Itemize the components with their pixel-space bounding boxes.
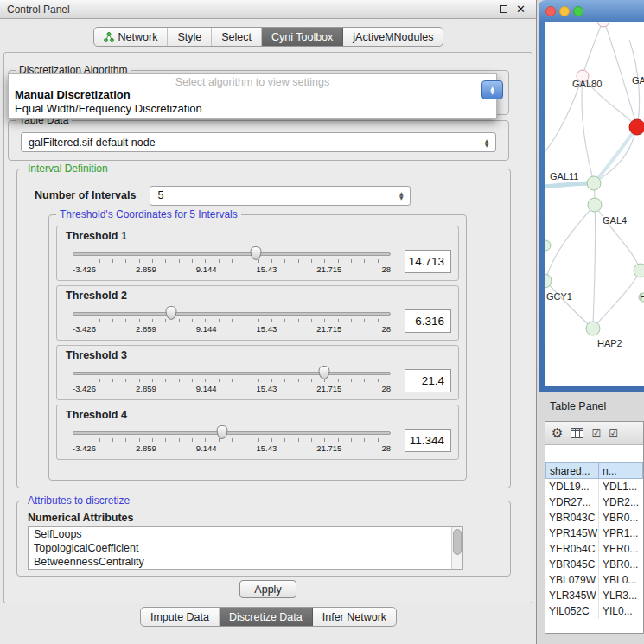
list-item[interactable]: TopologicalCoefficient: [29, 541, 462, 555]
tab-style[interactable]: Style: [168, 28, 212, 46]
checkbox-icon[interactable]: ☑: [591, 428, 601, 438]
threshold-3-slider[interactable]: -3.426 2.859 9.144 15.43 21.715 28: [73, 364, 391, 397]
slider-track[interactable]: [73, 431, 391, 435]
gear-icon[interactable]: ⚙: [552, 427, 563, 440]
tick-label: 9.144: [196, 265, 217, 274]
algorithm-combo-button[interactable]: ▲ ▼: [481, 80, 503, 99]
tick-label: 21.715: [316, 265, 341, 274]
column-header-name[interactable]: n...: [599, 462, 643, 479]
table-row[interactable]: YBR045C YBR0...: [545, 557, 643, 572]
cell-name[interactable]: YIL0...: [599, 603, 643, 619]
list-scrollbar[interactable]: [451, 527, 462, 569]
threshold-3-value-field[interactable]: 21.4: [405, 369, 451, 392]
table-panel-window: ⚙ ☑ ☑ shared... n... YDL19... YDL1... YD…: [545, 421, 644, 634]
tick-label: 15.43: [257, 384, 277, 393]
cyni-toolbox-panel: Discretization Algorithm ▲ ▼ Select algo…: [3, 52, 532, 603]
cell-name[interactable]: YBL0...: [599, 572, 643, 588]
cell-shared-name[interactable]: YBR043C: [545, 510, 599, 526]
tab-jactivemnodules[interactable]: jActiveMNodules: [343, 28, 443, 46]
threshold-1-value-field[interactable]: 14.713: [405, 250, 451, 273]
apply-button[interactable]: Apply: [239, 580, 296, 598]
threshold-4-value-field[interactable]: 11.344: [405, 429, 451, 452]
table-data-combo[interactable]: galFiltered.sif default node ▲▼: [21, 132, 496, 152]
table-row[interactable]: YIL052C YIL0...: [545, 603, 643, 619]
column-header-shared-name[interactable]: shared...: [545, 462, 599, 479]
table-row[interactable]: YER054C YER0...: [545, 541, 643, 557]
threshold-2-label: Threshold 2: [66, 290, 451, 303]
cell-shared-name[interactable]: YLR345W: [545, 588, 599, 603]
cell-shared-name[interactable]: YER054C: [545, 541, 599, 557]
cell-shared-name[interactable]: YDR27...: [545, 494, 599, 510]
tab-network[interactable]: Network: [94, 28, 169, 46]
cell-name[interactable]: YLR3...: [599, 588, 643, 603]
combo-down-arrow-icon: ▼: [490, 90, 494, 94]
slider-thumb[interactable]: [251, 246, 262, 260]
cell-name[interactable]: YER0...: [599, 541, 643, 557]
network-node[interactable]: [634, 264, 644, 277]
table-row[interactable]: YLR345W YLR3...: [545, 588, 643, 603]
algorithm-option-manual[interactable]: Manual Discretization: [9, 88, 496, 102]
network-node-red[interactable]: [629, 119, 644, 135]
close-icon[interactable]: ✕: [516, 3, 526, 15]
threshold-1-slider[interactable]: -3.426 2.859 9.144 15.43 21.715 28: [73, 245, 391, 277]
network-node-gal11[interactable]: [587, 176, 601, 190]
network-canvas[interactable]: GAL80 GA GAL11 GAL4 GCY1 H HAP2: [545, 22, 644, 386]
number-of-intervals-combo[interactable]: 5 ▲▼: [150, 186, 411, 206]
close-traffic-icon[interactable]: [545, 6, 556, 16]
cell-shared-name[interactable]: YPR145W: [545, 526, 599, 541]
threshold-2-slider[interactable]: -3.426 2.859 9.144 15.43 21.715 28: [73, 304, 391, 337]
tab-cyni-toolbox[interactable]: Cyni Toolbox: [262, 28, 343, 46]
table-row[interactable]: YPR145W YPR1...: [545, 526, 643, 541]
network-node-gal4[interactable]: [588, 198, 602, 212]
table-row[interactable]: YBR043C YBR0...: [545, 510, 643, 526]
cell-shared-name[interactable]: YBL079W: [545, 572, 599, 588]
cell-name[interactable]: YBR0...: [599, 557, 643, 572]
table-row[interactable]: YDR27... YDR2...: [545, 494, 643, 510]
threshold-2-panel: Threshold 2 -3.426 2.859 9.144 15.43: [56, 285, 459, 341]
interval-definition-group: Interval Definition Number of Intervals …: [16, 169, 511, 488]
table-panel-gap: [545, 445, 643, 462]
list-item[interactable]: BetweennessCentrality: [29, 555, 462, 569]
network-node-hap2[interactable]: [586, 322, 600, 335]
tab-select[interactable]: Select: [212, 28, 262, 46]
tab-impute-data[interactable]: Impute Data: [141, 608, 220, 626]
list-item[interactable]: SelfLoops: [29, 527, 462, 541]
network-node[interactable]: [597, 22, 609, 27]
scrollbar-thumb[interactable]: [453, 529, 462, 555]
tick-label: 21.715: [316, 384, 341, 393]
cell-shared-name[interactable]: YDL19...: [545, 479, 599, 494]
cell-shared-name[interactable]: YIL052C: [545, 603, 599, 619]
minimize-icon[interactable]: [500, 5, 507, 13]
slider-ticks: [73, 319, 391, 322]
cell-name[interactable]: YDR2...: [599, 494, 643, 510]
columns-icon[interactable]: [571, 428, 583, 438]
network-node[interactable]: [545, 240, 551, 251]
slider-track[interactable]: [73, 372, 391, 375]
tab-discretize-data[interactable]: Discretize Data: [220, 608, 313, 626]
checkbox-icon[interactable]: ☑: [609, 428, 618, 438]
cell-name[interactable]: YBR0...: [599, 510, 643, 526]
minimize-traffic-icon[interactable]: [559, 6, 570, 16]
cell-shared-name[interactable]: YBR045C: [545, 557, 599, 572]
threshold-2-value-field[interactable]: 6.316: [405, 309, 451, 333]
cell-name[interactable]: YDL1...: [599, 479, 643, 494]
cell-name[interactable]: YPR1...: [599, 526, 643, 541]
table-row[interactable]: YBL079W YBL0...: [545, 572, 643, 588]
algorithm-placeholder: Select algorithm to view settings: [9, 76, 496, 88]
number-of-intervals-value: 5: [157, 189, 163, 201]
slider-thumb[interactable]: [166, 306, 177, 320]
tab-style-label: Style: [177, 31, 201, 43]
slider-track[interactable]: [73, 312, 391, 316]
zoom-traffic-icon[interactable]: [573, 6, 583, 16]
slider-track[interactable]: [73, 252, 391, 256]
tab-infer-network[interactable]: Infer Network: [313, 608, 396, 626]
threshold-4-slider[interactable]: -3.426 2.859 9.144 15.43 21.715 28: [73, 424, 391, 456]
slider-thumb[interactable]: [216, 425, 227, 439]
slider-thumb[interactable]: [318, 366, 329, 379]
threshold-4-label: Threshold 4: [66, 409, 451, 422]
node-label-gal11: GAL11: [550, 171, 578, 182]
numerical-attributes-label: Numerical Attributes: [28, 512, 510, 524]
algorithm-option-equal-width[interactable]: Equal Width/Frequency Discretization: [9, 102, 496, 116]
node-label-hap2: HAP2: [597, 338, 622, 348]
table-row[interactable]: YDL19... YDL1...: [545, 479, 643, 494]
